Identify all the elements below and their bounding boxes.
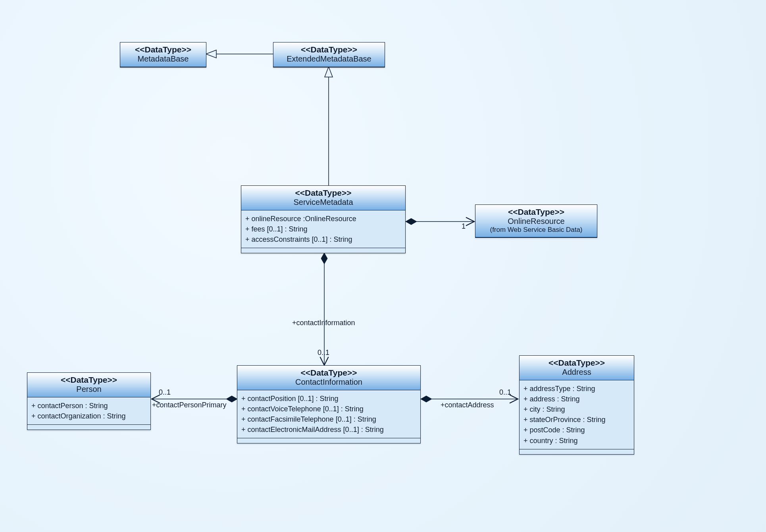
attr: + addressType : String xyxy=(523,384,630,394)
class-name: Person xyxy=(31,384,147,394)
class-name: Address xyxy=(523,367,631,377)
attr: + contactPerson : String xyxy=(31,401,146,411)
attr: + contactPosition [0..1] : String xyxy=(241,393,416,404)
class-name: ServiceMetadata xyxy=(244,197,402,207)
operations-empty xyxy=(241,248,405,253)
stereotype: <<DataType>> xyxy=(241,368,417,377)
class-contactinformation: <<DataType>> ContactInformation + contac… xyxy=(237,365,421,443)
attr: + fees [0..1] : String xyxy=(245,224,401,234)
operations-empty xyxy=(27,425,150,430)
class-header: <<DataType>> MetadataBase xyxy=(120,42,206,67)
class-subnote: (from Web Service Basic Data) xyxy=(479,226,594,234)
class-header: <<DataType>> Address xyxy=(520,356,634,380)
class-extendedmetadatabase: <<DataType>> ExtendedMetadataBase xyxy=(273,42,385,67)
attr: + accessConstraints [0..1] : String xyxy=(245,234,401,245)
attr: + address : String xyxy=(523,394,630,404)
uml-class-diagram: OnlineResource (composition diamond at l… xyxy=(0,0,766,532)
stereotype: <<DataType>> xyxy=(31,375,147,384)
mult-zeroone-person: 0..1 xyxy=(159,388,171,397)
attributes: + contactPosition [0..1] : String + cont… xyxy=(237,390,420,438)
attr: + contactVoiceTelephone [0..1] : String xyxy=(241,404,416,414)
connectors-layer: OnlineResource (composition diamond at l… xyxy=(0,0,766,532)
class-header: <<DataType>> Person xyxy=(27,373,150,397)
mult-zeroone-ci: 0..1 xyxy=(318,349,329,357)
class-address: <<DataType>> Address + addressType : Str… xyxy=(519,355,634,455)
attr: + country : String xyxy=(523,436,630,446)
class-servicemetadata: <<DataType>> ServiceMetadata + onlineRes… xyxy=(241,185,406,253)
class-header: <<DataType>> ContactInformation xyxy=(237,366,420,390)
attr: + city : String xyxy=(523,404,630,414)
class-metadatabase: <<DataType>> MetadataBase xyxy=(120,42,206,67)
mult-one: 1 xyxy=(462,222,466,231)
stereotype: <<DataType>> xyxy=(123,45,203,54)
attr: + contactElectronicMailAddress [0..1] : … xyxy=(241,424,416,435)
class-name: ExtendedMetadataBase xyxy=(277,54,381,64)
class-person: <<DataType>> Person + contactPerson : St… xyxy=(27,372,151,430)
attributes: + onlineResource :OnlineResource + fees … xyxy=(241,210,405,248)
class-onlineresource: <<DataType>> OnlineResource (from Web Se… xyxy=(475,204,597,238)
class-name: ContactInformation xyxy=(241,377,417,387)
attr: + onlineResource :OnlineResource xyxy=(245,214,401,224)
role-contactaddress: +contactAddress xyxy=(441,401,494,409)
attributes: + addressType : String + address : Strin… xyxy=(520,380,634,449)
stereotype: <<DataType>> xyxy=(277,45,381,54)
role-contactpersonprimary: +contactPersonPrimary xyxy=(152,401,227,409)
class-header: <<DataType>> ExtendedMetadataBase xyxy=(273,42,385,67)
stereotype: <<DataType>> xyxy=(479,207,594,216)
class-header: <<DataType>> OnlineResource (from Web Se… xyxy=(475,205,597,237)
operations-empty xyxy=(520,449,634,454)
attr: + stateOrProvince : String xyxy=(523,414,630,425)
attr: + contactOrganization : String xyxy=(31,411,146,421)
role-contactinformation: +contactInformation xyxy=(292,319,355,327)
mult-zeroone-address: 0..1 xyxy=(499,388,511,397)
class-name: OnlineResource xyxy=(479,216,594,226)
attributes: + contactPerson : String + contactOrgani… xyxy=(27,397,150,425)
class-header: <<DataType>> ServiceMetadata xyxy=(241,186,405,210)
attr: + postCode : String xyxy=(523,425,630,435)
class-name: MetadataBase xyxy=(123,54,203,64)
attr: + contactFacsimileTelephone [0..1] : Str… xyxy=(241,414,416,424)
stereotype: <<DataType>> xyxy=(244,188,402,197)
stereotype: <<DataType>> xyxy=(523,358,631,367)
operations-empty xyxy=(237,438,420,443)
